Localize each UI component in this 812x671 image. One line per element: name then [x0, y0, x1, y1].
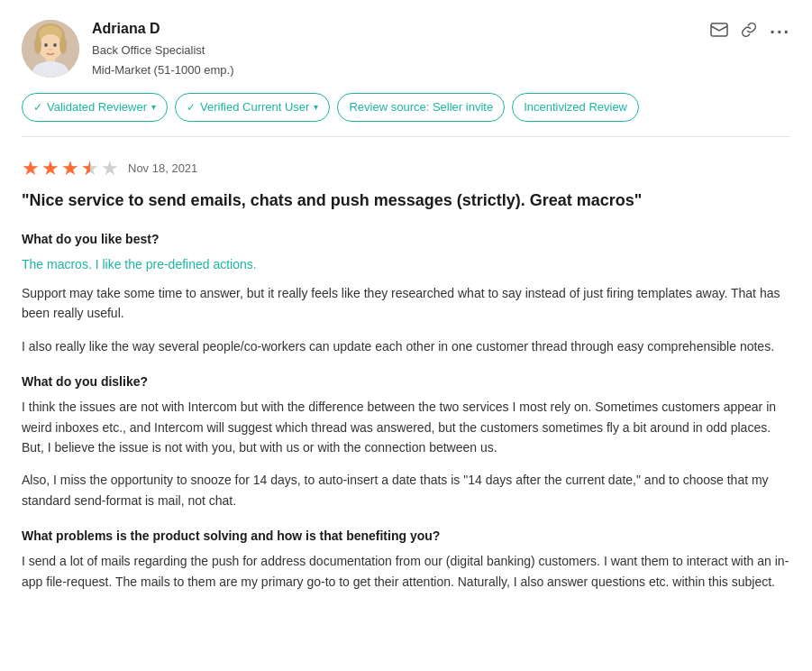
section-problems: What problems is the product solving and…: [22, 527, 790, 592]
svg-point-3: [39, 34, 62, 60]
best-p2: Support may take some time to answer, bu…: [22, 283, 790, 324]
section-best: What do you like best? The macros. I lik…: [22, 230, 790, 357]
section-dislike-label: What do you dislike?: [22, 372, 790, 391]
problems-p1: I send a lot of mails regarding the push…: [22, 551, 790, 592]
user-info: Adriana D Back Office Specialist Mid-Mar…: [22, 18, 234, 78]
badge-validated-label: Validated Reviewer: [47, 98, 147, 116]
dislike-p2: Also, I miss the opportunity to snooze f…: [22, 470, 790, 510]
badge-dropdown-icon: ▾: [151, 100, 156, 114]
best-p1: The macros. I like the pre-defined actio…: [22, 254, 790, 274]
review-section: ★ ★ ★ ★ ★ ★ Nov 18, 2021 "Nice service t…: [22, 152, 790, 592]
badge-source[interactable]: Review source: Seller invite: [337, 93, 505, 122]
header-actions: ···: [710, 18, 790, 41]
rating-row: ★ ★ ★ ★ ★ ★ Nov 18, 2021: [22, 159, 790, 179]
best-p3: I also really like the way several peopl…: [22, 336, 790, 356]
user-segment: Mid-Market (51-1000 emp.): [92, 61, 234, 79]
badge-verified-dropdown-icon: ▾: [314, 100, 318, 114]
svg-point-4: [44, 43, 48, 47]
badge-verified[interactable]: ✓ Verified Current User ▾: [175, 93, 330, 122]
review-header: Adriana D Back Office Specialist Mid-Mar…: [22, 18, 790, 78]
section-problems-label: What problems is the product solving and…: [22, 527, 790, 546]
star-4-half: ★ ★: [81, 159, 99, 179]
svg-point-10: [59, 36, 67, 54]
svg-point-5: [53, 43, 57, 47]
badge-verified-label: Verified Current User: [200, 98, 309, 116]
dislike-p1: I think the issues are not with Intercom…: [22, 397, 790, 457]
verified-check-icon: ✓: [187, 99, 196, 115]
user-title: Back Office Specialist: [92, 41, 234, 60]
link-icon[interactable]: [741, 22, 757, 41]
star-5: ★: [101, 159, 119, 179]
badge-source-label: Review source: Seller invite: [349, 98, 493, 116]
svg-point-9: [34, 36, 41, 54]
validated-check-icon: ✓: [33, 99, 42, 115]
avatar: [22, 20, 79, 78]
svg-point-6: [50, 49, 52, 51]
section-dislike: What do you dislike? I think the issues …: [22, 372, 790, 510]
badges-row: ✓ Validated Reviewer ▾ ✓ Verified Curren…: [22, 93, 790, 137]
user-name: Adriana D: [92, 18, 234, 40]
review-date: Nov 18, 2021: [128, 160, 197, 178]
star-rating: ★ ★ ★ ★ ★ ★: [22, 159, 119, 179]
svg-rect-11: [711, 23, 727, 36]
email-icon[interactable]: [710, 23, 728, 40]
star-1: ★: [22, 159, 40, 179]
user-details: Adriana D Back Office Specialist Mid-Mar…: [92, 18, 234, 78]
badge-validated[interactable]: ✓ Validated Reviewer ▾: [22, 93, 168, 122]
badge-incentivized-label: Incentivized Review: [524, 98, 627, 116]
star-2: ★: [41, 159, 59, 179]
review-title: "Nice service to send emails, chats and …: [22, 189, 790, 212]
section-best-label: What do you like best?: [22, 230, 790, 249]
more-icon[interactable]: ···: [770, 23, 790, 41]
star-3: ★: [61, 159, 79, 179]
badge-incentivized[interactable]: Incentivized Review: [512, 93, 639, 122]
